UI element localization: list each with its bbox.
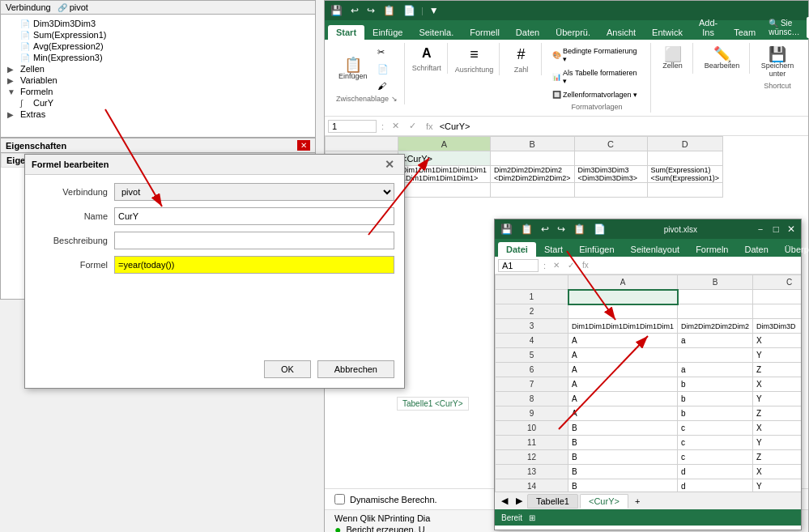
cell-b2[interactable]: Dim2Dim2Dim2Dim2<Dim2Dim2Dim2Dim2>	[491, 166, 575, 183]
doc-icon[interactable]: 📄	[401, 3, 418, 18]
cell-sec-c13[interactable]: X	[753, 465, 801, 479]
secondary-tab-daten[interactable]: Daten	[736, 242, 776, 257]
name-input[interactable]	[114, 207, 394, 225]
cell-sec-a6[interactable]: A	[568, 363, 678, 377]
tab-ansicht[interactable]: Ansicht	[598, 25, 644, 40]
cell-sec-a9[interactable]: A	[568, 406, 678, 421]
col-header-b[interactable]: B	[491, 137, 575, 151]
cell-a3[interactable]	[398, 183, 491, 198]
beschreibung-input[interactable]	[114, 232, 394, 249]
cell-sec-c4[interactable]: X	[753, 334, 801, 348]
cell-sec-b7[interactable]: b	[678, 377, 753, 392]
alignment-button[interactable]: ≡	[461, 45, 487, 64]
secondary-tab-seitenlayout[interactable]: Seitenlayout	[623, 242, 688, 257]
tab-start[interactable]: Start	[328, 25, 364, 40]
cut-button[interactable]: ✂	[373, 45, 399, 60]
cell-sec-a4[interactable]: A	[568, 334, 678, 348]
tab-daten[interactable]: Daten	[508, 25, 547, 40]
secondary-formula-fx[interactable]: fx	[580, 261, 591, 270]
cell-sec-c9[interactable]: Z	[753, 406, 801, 421]
cell-sec-c1[interactable]: 2019	[753, 290, 801, 304]
cell-b1[interactable]	[491, 151, 575, 166]
cell-sec-b6[interactable]: a	[678, 363, 753, 377]
cell-sec-c10[interactable]: X	[753, 421, 801, 436]
cell-c2[interactable]: Dim3Dim3Dim3<Dim3Dim3Dim3>	[574, 166, 647, 183]
maximize-icon[interactable]: □	[771, 222, 781, 236]
undo-icon-2[interactable]: ↩	[539, 222, 551, 236]
cell-sec-c11[interactable]: Y	[753, 436, 801, 450]
secondary-nav-left[interactable]: ◀	[498, 494, 511, 508]
restore-icon[interactable]: 📋	[518, 222, 535, 236]
secondary-tab-start[interactable]: Start	[536, 242, 571, 257]
cell-sec-c5[interactable]: Y	[753, 348, 801, 363]
zellen-button[interactable]: ⬜ Zellen	[658, 45, 687, 72]
cell-sec-c6[interactable]: Z	[753, 363, 801, 377]
cell-sec-c8[interactable]: Y	[753, 392, 801, 406]
tab-team[interactable]: Team	[726, 25, 764, 40]
secondary-formula-input[interactable]	[594, 261, 798, 270]
font-button[interactable]: A	[414, 45, 440, 62]
tree-item[interactable]: 📄 Min(Expression3)	[20, 52, 309, 63]
cell-sec-a14[interactable]: B	[568, 479, 678, 492]
tree-item[interactable]: ∫ CurY	[20, 97, 309, 109]
tree-item[interactable]: 📄 Sum(Expression1)	[20, 29, 309, 40]
secondary-col-c[interactable]: C	[753, 275, 801, 290]
number-format-button[interactable]: #	[509, 45, 534, 64]
cell-a1[interactable]: <CurY>	[398, 151, 491, 166]
cell-c1[interactable]	[574, 151, 647, 166]
formula-bar-check[interactable]: ✓	[406, 121, 419, 131]
tree-item[interactable]: ▶ Variablen	[7, 74, 309, 86]
doc-icon-2[interactable]: 📄	[591, 222, 608, 236]
cell-sec-a1[interactable]	[568, 290, 678, 304]
secondary-nav-right[interactable]: ▶	[513, 494, 526, 508]
tab-uberpr[interactable]: Überprü.	[547, 25, 598, 40]
print-icon[interactable]: 📋	[381, 3, 398, 18]
cell-b3[interactable]	[491, 183, 575, 198]
cell-sec-a11[interactable]: B	[568, 436, 678, 450]
secondary-add-sheet[interactable]: +	[630, 495, 645, 508]
tree-item[interactable]: ▼ Formeln	[7, 86, 309, 97]
cell-sec-a7[interactable]: A	[568, 377, 678, 392]
cell-d3[interactable]	[647, 183, 723, 198]
cell-d2[interactable]: Sum(Expression1)<Sum(Expression1)>	[647, 166, 723, 183]
cell-sec-b2[interactable]	[678, 304, 753, 319]
dynamic-calc-checkbox[interactable]	[334, 494, 345, 504]
cell-sec-c12[interactable]: Z	[753, 450, 801, 465]
undo-icon[interactable]: ↩	[348, 3, 361, 18]
secondary-cell-ref[interactable]	[498, 259, 539, 272]
secondary-tab-datei[interactable]: Datei	[498, 242, 536, 257]
tab-entwick[interactable]: Entwick	[644, 25, 691, 40]
cell-sec-a3[interactable]: Dim1Dim1Dim1Dim1Dim1Dim1	[568, 319, 678, 334]
tree-item[interactable]: 📄 Dim3Dim3Dim3	[20, 18, 309, 29]
secondary-spreadsheet[interactable]: A B C 1 2019 2 3	[495, 275, 801, 492]
tab-formell[interactable]: Formell	[462, 25, 508, 40]
bearbeiten-button[interactable]: ✏️ Bearbeiten	[700, 45, 744, 72]
cell-reference-input[interactable]	[328, 120, 377, 133]
tab-seitenla[interactable]: Seitenla.	[411, 25, 462, 40]
verbindung-select[interactable]: pivot	[114, 183, 394, 201]
cell-sec-a8[interactable]: A	[568, 392, 678, 406]
cell-sec-a10[interactable]: B	[568, 421, 678, 436]
cell-sec-a5[interactable]: A	[568, 348, 678, 363]
abbrechen-button[interactable]: Abbrechen	[317, 360, 394, 378]
cell-sec-a13[interactable]: B	[568, 465, 678, 479]
copy-button[interactable]: 📄	[373, 62, 399, 77]
cell-sec-c2[interactable]	[753, 304, 801, 319]
secondary-formula-x[interactable]: ✕	[551, 261, 562, 270]
cell-sec-b9[interactable]: b	[678, 406, 753, 421]
als-tabelle-formatieren-button[interactable]: 📊 Als Tabelle formatieren ▾	[548, 66, 645, 87]
speichern-unter-button[interactable]: 💾 Speichernunter	[757, 45, 798, 80]
col-header-d[interactable]: D	[647, 137, 723, 151]
formula-bar-fx[interactable]: fx	[423, 121, 436, 131]
secondary-tab-tabelle1[interactable]: Tabelle1	[527, 494, 578, 509]
cell-sec-b8[interactable]: b	[678, 392, 753, 406]
cell-d1[interactable]	[647, 151, 723, 166]
einfugen-button[interactable]: 📋 Einfügen	[334, 55, 372, 83]
cell-sec-b13[interactable]: d	[678, 465, 753, 479]
cell-sec-b4[interactable]: a	[678, 334, 753, 348]
format-painter-button[interactable]: 🖌	[373, 79, 399, 93]
secondary-close-icon[interactable]: ✕	[785, 222, 798, 236]
secondary-tab-uberprufen[interactable]: Überprüfen	[777, 242, 809, 257]
formula-bar-x[interactable]: ✕	[389, 121, 402, 131]
cell-sec-a12[interactable]: B	[568, 450, 678, 465]
